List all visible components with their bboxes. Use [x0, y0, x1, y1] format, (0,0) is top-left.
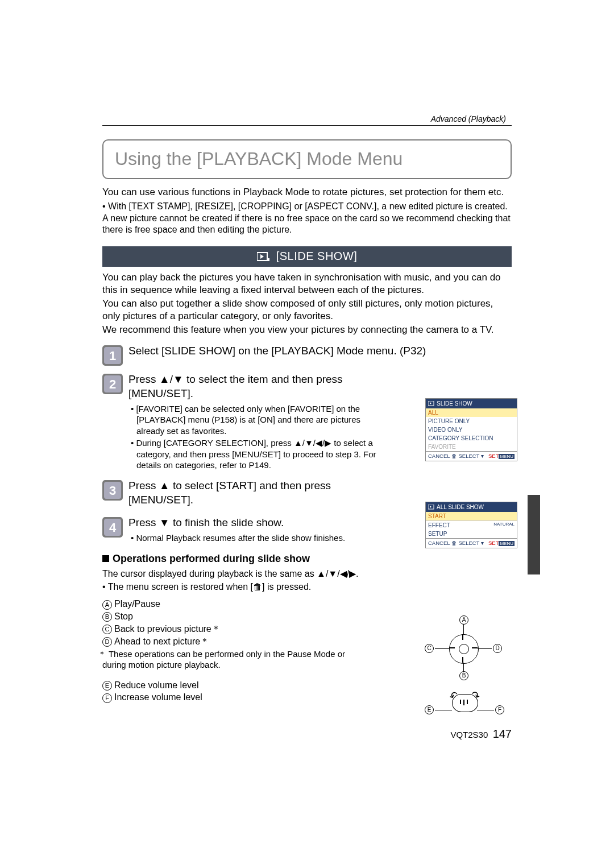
doc-code: VQT2S30 [450, 730, 488, 739]
vol-label-f: F [495, 705, 507, 714]
slide-show-label: [SLIDE SHOW] [276, 250, 358, 262]
dpad-label-b: B [459, 671, 471, 680]
dpad-diagram: A B C D [429, 620, 497, 677]
intro-text: You can use various functions in Playbac… [102, 186, 512, 236]
page-title: Using the [PLAYBACK] Mode Menu [107, 143, 507, 176]
dpad-label-d: D [493, 644, 504, 653]
op-d-text: Ahead to next picture＊ [114, 636, 209, 646]
mini2-header: ALL SLIDE SHOW [426, 502, 517, 512]
mini1-footer-left: CANCEL 🗑 SELECT ▾ [428, 453, 484, 460]
square-bullet-icon [102, 555, 109, 562]
op-b: BStop [102, 611, 370, 623]
mini2-row-effect: EFFECTNATURAL [426, 521, 517, 530]
mini1-footer: CANCEL 🗑 SELECT ▾ SETMENU [426, 451, 517, 461]
op-e-text: Reduce volume level [114, 680, 199, 690]
step-2-text: Press ▲/▼ to select the item and then pr… [128, 373, 379, 400]
slide-show-section-bar: [SLIDE SHOW] [102, 246, 512, 267]
op-e: EReduce volume level [102, 680, 370, 692]
op-f: FIncrease volume level [102, 692, 370, 704]
mini2-footer: CANCEL 🗑 SELECT ▾ SETMENU [426, 538, 517, 548]
label-b-icon: B [102, 612, 112, 622]
svg-marker-1 [260, 254, 264, 259]
step-4-badge: 4 [102, 517, 123, 538]
mini2-footer-left: CANCEL 🗑 SELECT ▾ [428, 540, 484, 547]
intro-bullet: • With [TEXT STAMP], [RESIZE], [CROPPING… [102, 201, 512, 236]
slide-show-menu-screenshot: SLIDE SHOW ALL PICTURE ONLY VIDEO ONLY C… [425, 398, 517, 461]
op-a: APlay/Pause [102, 598, 370, 610]
ops-p1: The cursor displayed during playback is … [102, 568, 512, 580]
op-footnote: ＊ These operations can be performed only… [102, 648, 370, 671]
dpad-label-a: A [459, 615, 471, 625]
section-header: Advanced (Playback) [102, 114, 512, 124]
step-2-sub-a: • [FAVORITE] can be selected only when [… [136, 403, 379, 437]
volume-diagram: ↶ ↷ E F [429, 688, 497, 722]
step-3-badge: 3 [102, 480, 123, 501]
top-rule [102, 125, 512, 126]
ops-p2: • The menu screen is restored when [🗑] i… [102, 581, 512, 593]
label-c-icon: C [102, 625, 112, 634]
label-a-icon: A [102, 600, 112, 610]
mini2-title: ALL SLIDE SHOW [437, 503, 484, 511]
svg-marker-18 [430, 506, 432, 508]
page-number: 147 [493, 728, 512, 740]
page-tab-marker [528, 495, 540, 574]
desc-p3: We recommend this feature when you view … [102, 324, 512, 336]
mini1-row-favorite: FAVORITE [426, 443, 517, 451]
desc-p2: You can also put together a slide show c… [102, 297, 512, 323]
playback-icon [257, 250, 269, 264]
svg-marker-16 [430, 402, 432, 404]
svg-text:3: 3 [109, 483, 116, 498]
svg-text:1: 1 [109, 349, 116, 363]
operations-list: APlay/Pause BStop CBack to previous pict… [102, 598, 370, 704]
svg-text:2: 2 [109, 377, 116, 391]
mini1-footer-right: SETMENU [488, 453, 515, 460]
slide-show-description: You can play back the pictures you have … [102, 271, 512, 336]
op-f-text: Increase volume level [114, 692, 202, 702]
dpad-label-c: C [425, 644, 436, 653]
mini1-row-all: ALL [426, 408, 517, 417]
mini1-row-picture: PICTURE ONLY [426, 417, 517, 425]
svg-text:4: 4 [109, 520, 117, 535]
mini1-header: SLIDE SHOW [426, 399, 517, 408]
step-1-text: Select [SLIDE SHOW] on the [PLAYBACK] Mo… [128, 344, 512, 358]
mini2-footer-right: SETMENU [488, 540, 515, 547]
op-a-text: Play/Pause [114, 599, 160, 609]
op-c: CBack to previous picture＊ [102, 623, 370, 635]
all-slide-show-screenshot: ALL SLIDE SHOW START EFFECTNATURAL SETUP… [425, 502, 517, 548]
mini2-row-start: START [426, 512, 517, 520]
step-2-sub-b: • During [CATEGORY SELECTION], press ▲/▼… [136, 437, 379, 471]
op-b-text: Stop [114, 611, 133, 621]
mini1-title: SLIDE SHOW [437, 400, 472, 407]
page-title-box: Using the [PLAYBACK] Mode Menu [102, 139, 512, 179]
mini1-row-video: VIDEO ONLY [426, 425, 517, 434]
intro-p1: You can use various functions in Playbac… [102, 186, 512, 199]
mini1-row-category: CATEGORY SELECTION [426, 434, 517, 443]
label-f-icon: F [102, 693, 112, 703]
svg-rect-2 [267, 258, 269, 261]
label-d-icon: D [102, 637, 112, 647]
step-2-badge: 2 [102, 374, 123, 394]
operations-heading: Operations performed during slide show [102, 552, 512, 565]
op-footnote-text: These operations can be performed only i… [102, 649, 345, 670]
op-d: DAhead to next picture＊ [102, 636, 370, 648]
operations-heading-text: Operations performed during slide show [113, 553, 310, 564]
op-c-text: Back to previous picture＊ [114, 624, 221, 634]
desc-p1: You can play back the pictures you have … [102, 271, 512, 296]
mini2-effect-value: NATURAL [493, 522, 515, 527]
vol-label-e: E [425, 705, 436, 714]
step-1: 1 Select [SLIDE SHOW] on the [PLAYBACK] … [102, 344, 512, 366]
label-e-icon: E [102, 681, 112, 691]
page-footer: VQT2S30 147 [102, 726, 512, 741]
mini2-row-setup: SETUP [426, 530, 517, 538]
step-1-badge: 1 [102, 345, 123, 366]
step-3-text: Press ▲ to select [START] and then press… [128, 479, 367, 507]
